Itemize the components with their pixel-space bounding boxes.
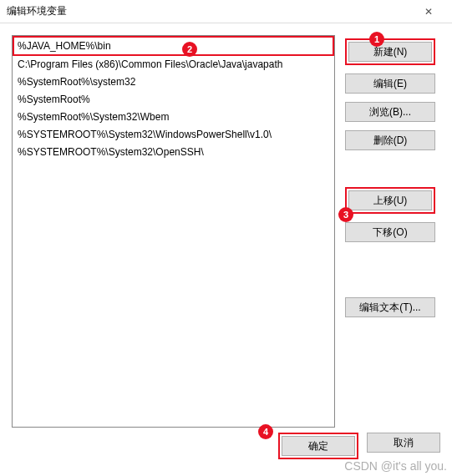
button-column: 新建(N) 编辑(E) 浏览(B)... 删除(D) 上移(U) 下移(O) 编… — [345, 35, 435, 426]
callout-1: 1 — [369, 32, 384, 47]
highlight-new: 新建(N) — [345, 38, 435, 65]
delete-button[interactable]: 删除(D) — [345, 130, 435, 150]
callout-4: 4 — [258, 424, 273, 439]
edit-button[interactable]: 编辑(E) — [345, 73, 435, 94]
callout-2: 2 — [182, 42, 197, 57]
move-down-button[interactable]: 下移(O) — [345, 222, 435, 242]
close-icon: ✕ — [424, 6, 433, 18]
browse-button[interactable]: 浏览(B)... — [345, 102, 435, 122]
watermark: CSDN @it's all you. — [344, 459, 447, 473]
list-item[interactable]: %SystemRoot%\system32 — [13, 73, 334, 91]
highlight-ok: 确定 — [278, 433, 358, 459]
list-item[interactable]: %SYSTEMROOT%\System32\OpenSSH\ — [13, 144, 334, 161]
close-button[interactable]: ✕ — [412, 0, 445, 23]
list-item[interactable]: %SYSTEMROOT%\System32\WindowsPowerShell\… — [13, 126, 334, 144]
dialog-body: %JAVA_HOME%\bin C:\Program Files (x86)\C… — [0, 23, 452, 433]
ok-button[interactable]: 确定 — [282, 436, 355, 456]
list-item[interactable]: C:\Program Files (x86)\Common Files\Orac… — [13, 56, 334, 73]
callout-3: 3 — [338, 207, 353, 222]
list-item[interactable]: %SystemRoot%\System32\Wbem — [13, 109, 334, 126]
spacer — [345, 251, 435, 289]
list-item[interactable]: %SystemRoot% — [13, 91, 334, 109]
edit-text-button[interactable]: 编辑文本(T)... — [345, 297, 435, 317]
new-button[interactable]: 新建(N) — [348, 42, 432, 62]
titlebar: 编辑环境变量 ✕ — [0, 0, 452, 23]
path-listbox[interactable]: %JAVA_HOME%\bin C:\Program Files (x86)\C… — [12, 35, 335, 428]
move-up-button[interactable]: 上移(U) — [348, 190, 432, 210]
window-title: 编辑环境变量 — [7, 4, 412, 18]
spacer — [345, 159, 435, 179]
highlight-moveup: 上移(U) — [345, 187, 435, 214]
list-item[interactable]: %JAVA_HOME%\bin — [13, 36, 334, 56]
cancel-button[interactable]: 取消 — [367, 433, 440, 453]
